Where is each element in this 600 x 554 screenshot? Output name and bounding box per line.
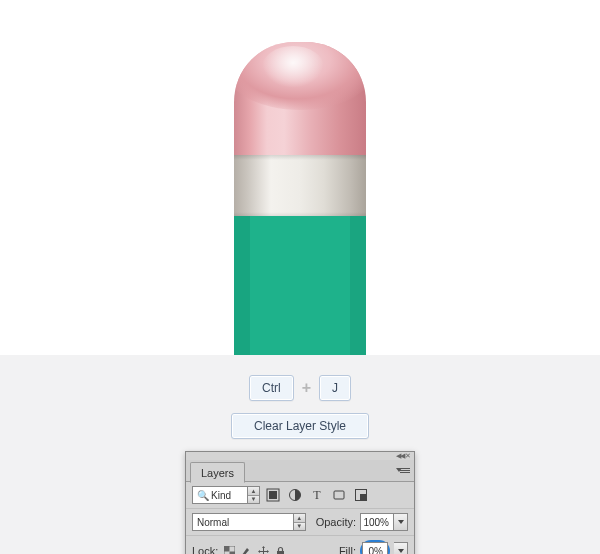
filter-adjustment-icon[interactable] bbox=[286, 486, 304, 504]
pencil-ferrule bbox=[234, 155, 366, 217]
filter-type-icon[interactable]: T bbox=[308, 486, 326, 504]
fill-label: Fill: bbox=[339, 545, 356, 554]
panel-tabbar: Layers bbox=[186, 460, 414, 482]
filter-pixel-icon[interactable] bbox=[264, 486, 282, 504]
plus-icon: + bbox=[302, 379, 311, 397]
instruction-area: Ctrl + J Clear Layer Style ◀◀ ✕ Layers 🔍… bbox=[0, 355, 600, 554]
lock-position-icon[interactable] bbox=[256, 544, 270, 554]
key-j: J bbox=[319, 375, 351, 401]
tab-layers[interactable]: Layers bbox=[190, 462, 245, 483]
blend-opacity-row: Normal ▲▼ Opacity: 100% bbox=[186, 508, 414, 535]
opacity-label: Opacity: bbox=[316, 516, 356, 528]
opacity-dropdown-caret[interactable] bbox=[394, 513, 408, 531]
layers-panel: ◀◀ ✕ Layers 🔍 Kind ▲▼ bbox=[185, 451, 415, 554]
fill-dropdown-caret[interactable] bbox=[394, 542, 408, 554]
svg-rect-4 bbox=[334, 491, 344, 499]
lock-fill-row: Lock: Fill: bbox=[186, 535, 414, 554]
svg-rect-6 bbox=[360, 494, 366, 500]
pencil-illustration bbox=[234, 0, 366, 355]
opacity-value: 100% bbox=[360, 513, 394, 531]
lock-transparency-icon[interactable] bbox=[222, 544, 236, 554]
svg-rect-1 bbox=[269, 491, 277, 499]
pencil-eraser bbox=[234, 42, 366, 162]
lock-pixels-icon[interactable] bbox=[239, 544, 253, 554]
shortcut-row: Ctrl + J bbox=[0, 375, 600, 401]
fill-value: 0% bbox=[362, 542, 388, 554]
panel-collapse-grip[interactable]: ◀◀ ✕ bbox=[186, 452, 414, 460]
blend-mode-value: Normal bbox=[192, 513, 294, 531]
fill-field[interactable]: 0% bbox=[362, 542, 388, 554]
svg-text:T: T bbox=[313, 488, 321, 502]
filter-shape-icon[interactable] bbox=[330, 486, 348, 504]
fill-highlight: 0% bbox=[360, 540, 390, 554]
filter-kind-label: Kind bbox=[211, 490, 231, 501]
opacity-field[interactable]: 100% bbox=[360, 513, 408, 531]
panel-menu-button[interactable] bbox=[396, 463, 412, 477]
filter-kind-dropdown[interactable]: 🔍 Kind ▲▼ bbox=[192, 486, 260, 504]
lock-all-icon[interactable] bbox=[273, 544, 287, 554]
svg-rect-10 bbox=[277, 551, 284, 555]
key-ctrl: Ctrl bbox=[249, 375, 294, 401]
layer-filter-row: 🔍 Kind ▲▼ T bbox=[186, 482, 414, 508]
lock-label: Lock: bbox=[192, 545, 218, 554]
svg-rect-8 bbox=[224, 546, 230, 552]
pencil-shaft bbox=[234, 216, 366, 355]
filter-smartobject-icon[interactable] bbox=[352, 486, 370, 504]
blend-mode-dropdown[interactable]: Normal ▲▼ bbox=[192, 513, 306, 531]
search-icon: 🔍 bbox=[197, 490, 209, 501]
clear-layer-style-button[interactable]: Clear Layer Style bbox=[231, 413, 369, 439]
canvas-area bbox=[0, 0, 600, 355]
